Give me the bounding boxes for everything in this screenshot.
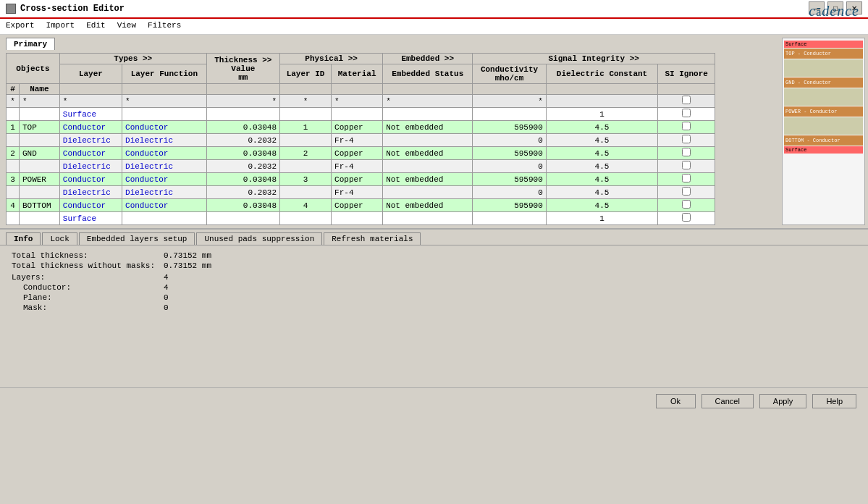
menu-edit[interactable]: Edit xyxy=(86,21,105,32)
cell-embedded-status xyxy=(383,134,473,147)
cell-dielectric-constant: 4.5 xyxy=(546,147,658,160)
cell-layer-function: * xyxy=(122,95,207,108)
menu-export[interactable]: Export xyxy=(6,21,35,32)
cell-si-ignore[interactable] xyxy=(658,95,715,108)
si-ignore-checkbox[interactable] xyxy=(682,96,691,104)
help-button[interactable]: Help xyxy=(812,394,856,408)
cell-si-ignore[interactable] xyxy=(658,160,715,173)
menu-filters[interactable]: Filters xyxy=(148,21,181,32)
si-ignore-checkbox[interactable] xyxy=(682,213,691,222)
si-ignore-checkbox[interactable] xyxy=(682,148,691,156)
col-layer-id: Layer ID xyxy=(280,64,332,84)
cell-material: Fr-4 xyxy=(332,134,383,147)
si-ignore-checkbox[interactable] xyxy=(682,200,691,209)
cell-thickness xyxy=(206,212,279,225)
cell-si-ignore[interactable] xyxy=(658,173,715,186)
cell-si-ignore[interactable] xyxy=(658,147,715,160)
bottom-tab-lock[interactable]: Lock xyxy=(42,232,77,245)
si-ignore-checkbox[interactable] xyxy=(682,135,691,143)
cell-material: Copper xyxy=(332,199,383,212)
cell-dielectric-constant: 4.5 xyxy=(546,186,658,199)
cell-layer-id: 3 xyxy=(280,173,332,186)
cell-layer-id xyxy=(280,186,332,199)
cell-dielectric-constant: 4.5 xyxy=(546,199,658,212)
table-row[interactable]: Surface 1 xyxy=(7,108,715,121)
bottom-tab-refresh[interactable]: Refresh materials xyxy=(324,232,421,245)
cancel-button[interactable]: Cancel xyxy=(701,394,754,408)
bottom-tab-info[interactable]: Info xyxy=(6,232,41,245)
title-bar: Cross-section Editor — □ ✕ xyxy=(0,0,868,19)
cell-dielectric-constant: 1 xyxy=(546,108,658,121)
cell-si-ignore[interactable] xyxy=(658,108,715,121)
si-ignore-checkbox[interactable] xyxy=(682,109,691,117)
preview-dielectric-1 xyxy=(784,59,863,77)
table-row[interactable]: Dielectric Dielectric 0.2032 Fr-4 0 4.5 xyxy=(7,160,715,173)
bottom-tab-unused-pads[interactable]: Unused pads suppression xyxy=(196,232,322,245)
table-row[interactable]: 4 BOTTOM Conductor Conductor 0.03048 4 C… xyxy=(7,199,715,212)
si-ignore-checkbox[interactable] xyxy=(682,161,691,169)
preview-surface-bottom: Surface xyxy=(784,146,863,154)
cell-conductivity: 0 xyxy=(473,134,546,147)
col-layer: Layer xyxy=(59,64,122,84)
table-row[interactable]: Surface 1 xyxy=(7,212,715,225)
col-num: # xyxy=(7,84,20,95)
preview-dielectric-2 xyxy=(784,88,863,106)
cell-si-ignore[interactable] xyxy=(658,212,715,225)
cell-num: 1 xyxy=(7,121,20,134)
cell-num xyxy=(7,160,20,173)
cell-num xyxy=(7,134,20,147)
conductor-value: 4 xyxy=(164,283,236,292)
cell-num: * xyxy=(7,95,20,108)
cell-si-ignore[interactable] xyxy=(658,134,715,147)
ok-button[interactable]: Ok xyxy=(656,394,696,408)
total-thickness-value: 0.73152 mm xyxy=(164,251,236,260)
cell-name: TOP xyxy=(19,121,59,134)
mask-value: 0 xyxy=(164,303,236,312)
cell-name: GND xyxy=(19,147,59,160)
si-ignore-checkbox[interactable] xyxy=(682,187,691,196)
si-ignore-checkbox[interactable] xyxy=(682,174,691,182)
cell-layer-id: 4 xyxy=(280,199,332,212)
cell-embedded-status: Not embedded xyxy=(383,173,473,186)
table-area: Objects Types >> Thickness >> Value mm P… xyxy=(0,50,779,228)
si-ignore-checkbox[interactable] xyxy=(682,122,691,130)
apply-button[interactable]: Apply xyxy=(759,394,807,408)
cell-embedded-status xyxy=(383,108,473,121)
cell-name xyxy=(19,186,59,199)
table-row[interactable]: 3 POWER Conductor Conductor 0.03048 3 Co… xyxy=(7,173,715,186)
bottom-tab-embedded[interactable]: Embedded layers setup xyxy=(79,232,195,245)
table-row[interactable]: 2 GND Conductor Conductor 0.03048 2 Copp… xyxy=(7,147,715,160)
cell-thickness: 0.03048 xyxy=(206,199,279,212)
cell-name xyxy=(19,134,59,147)
col-types: Types >> xyxy=(59,54,206,64)
tab-primary[interactable]: Primary xyxy=(6,38,55,50)
cell-layer: Conductor xyxy=(59,147,122,160)
cell-material xyxy=(332,108,383,121)
cell-thickness: 0.2032 xyxy=(206,134,279,147)
cell-layer-function: Conductor xyxy=(122,173,207,186)
cell-si-ignore[interactable] xyxy=(658,186,715,199)
cell-si-ignore[interactable] xyxy=(658,199,715,212)
footer: Ok Cancel Apply Help xyxy=(0,387,868,413)
app-icon xyxy=(6,4,16,14)
table-row[interactable]: * * * * * * * * * xyxy=(7,95,715,108)
table-row[interactable]: Dielectric Dielectric 0.2032 Fr-4 0 4.5 xyxy=(7,186,715,199)
cell-name: BOTTOM xyxy=(19,199,59,212)
cell-layer-function: Dielectric xyxy=(122,134,207,147)
menu-import[interactable]: Import xyxy=(46,21,75,32)
layers-label: Layers: xyxy=(12,273,164,282)
cell-conductivity: 595900 xyxy=(473,121,546,134)
cell-num xyxy=(7,212,20,225)
cell-thickness: 0.2032 xyxy=(206,160,279,173)
table-row[interactable]: 1 TOP Conductor Conductor 0.03048 1 Copp… xyxy=(7,121,715,134)
cell-embedded-status: Not embedded xyxy=(383,147,473,160)
table-row[interactable]: Dielectric Dielectric 0.2032 Fr-4 0 4.5 xyxy=(7,134,715,147)
cell-num: 2 xyxy=(7,147,20,160)
mask-label: Mask: xyxy=(12,303,164,312)
cell-thickness: 0.03048 xyxy=(206,121,279,134)
cell-si-ignore[interactable] xyxy=(658,121,715,134)
cell-embedded-status xyxy=(383,186,473,199)
menu-view[interactable]: View xyxy=(117,21,136,32)
cell-thickness: 0.2032 xyxy=(206,186,279,199)
cell-layer-id: 1 xyxy=(280,121,332,134)
